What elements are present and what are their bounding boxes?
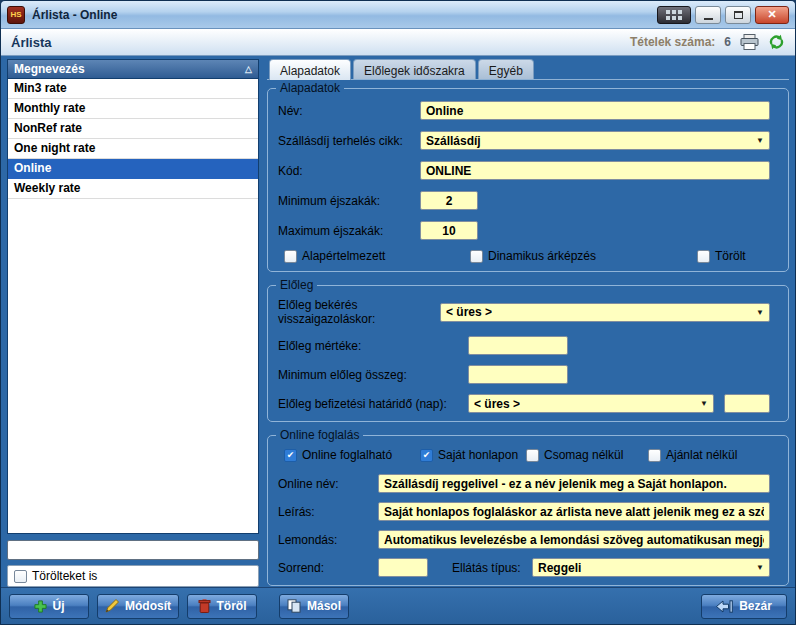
special-window-button[interactable] — [657, 6, 691, 24]
pencil-icon — [105, 599, 119, 613]
delete-button[interactable]: Töröl — [187, 594, 257, 619]
charge-article-select[interactable]: Szállásdíj ▼ — [420, 131, 770, 150]
max-nights-input[interactable] — [420, 221, 478, 240]
checkbox-unchecked-icon — [526, 449, 539, 462]
max-nights-label: Maximum éjszakák: — [278, 224, 420, 238]
chevron-down-icon: ▼ — [753, 563, 767, 572]
header-right: Tételek száma: 6 — [630, 34, 785, 50]
board-type-value: Reggeli — [538, 561, 581, 575]
close-icon: ✕ — [767, 8, 776, 21]
name-input[interactable] — [420, 101, 770, 120]
bottom-toolbar: Új Módosít Töröl Másol — [1, 587, 795, 624]
own-website-label: Saját honlapon — [438, 448, 518, 462]
min-advance-amount-label: Minimum előleg összeg: — [278, 368, 468, 382]
show-deleted-checkbox[interactable]: Törölteket is — [7, 565, 259, 587]
pricelist-panel: Megnevezés △ Min3 rate Monthly rate NonR… — [7, 59, 259, 587]
description-label: Leírás: — [278, 505, 378, 519]
list-item[interactable]: Weekly rate — [8, 179, 258, 199]
tab-alapadatok[interactable]: Alapadatok — [269, 59, 351, 80]
delete-button-label: Töröl — [217, 599, 247, 613]
online-bookable-label: Online foglalható — [302, 448, 392, 462]
maximize-button[interactable] — [725, 6, 751, 24]
items-count-value: 6 — [724, 35, 731, 49]
printer-icon — [740, 34, 759, 50]
advance-deadline-select[interactable]: < üres > ▼ — [468, 394, 714, 413]
print-button[interactable] — [740, 34, 759, 50]
list-filter-input[interactable] — [7, 540, 259, 560]
titlebar: HS Árlista - Online ✕ — [1, 1, 795, 29]
trash-icon — [198, 599, 211, 613]
name-label: Név: — [278, 104, 420, 118]
checkbox-checked-icon: ✔ — [420, 449, 433, 462]
copy-button[interactable]: Másol — [279, 594, 349, 619]
default-label: Alapértelmezett — [302, 249, 385, 263]
order-input[interactable] — [378, 558, 428, 577]
advance-deadline-value: < üres > — [474, 397, 520, 411]
default-checkbox[interactable]: Alapértelmezett — [284, 249, 470, 263]
min-nights-input[interactable] — [420, 191, 478, 210]
chevron-down-icon: ▼ — [753, 308, 767, 317]
modify-button[interactable]: Módosít — [97, 594, 179, 619]
list-item[interactable]: One night rate — [8, 139, 258, 159]
close-button[interactable]: ✕ — [755, 6, 789, 24]
list-sort-header[interactable]: Megnevezés △ — [7, 59, 259, 79]
advance-request-value: < üres > — [446, 305, 492, 319]
board-type-label: Ellátás típus: — [452, 561, 532, 575]
tab-elolegek-idoszakra[interactable]: Előlegek időszakra — [353, 59, 476, 79]
chevron-down-icon: ▼ — [697, 399, 711, 408]
list-item[interactable]: NonRef rate — [8, 119, 258, 139]
code-input[interactable] — [420, 161, 770, 180]
deleted-label: Törölt — [715, 249, 746, 263]
advance-request-label: Előleg bekérés visszaigazoláskor: — [278, 298, 440, 326]
online-bookable-checkbox[interactable]: ✔ Online foglalható — [284, 448, 420, 462]
refresh-button[interactable] — [768, 34, 785, 50]
tab-egyeb[interactable]: Egyéb — [478, 59, 534, 79]
items-count-label: Tételek száma: — [630, 35, 715, 49]
without-offer-checkbox[interactable]: Ajánlat nélkül — [648, 448, 737, 462]
close-form-button[interactable]: Bezár — [701, 594, 787, 619]
app-logo-icon: HS — [7, 6, 25, 24]
without-offer-label: Ajánlat nélkül — [666, 448, 737, 462]
dynamic-pricing-label: Dinamikus árképzés — [488, 249, 596, 263]
minimize-button[interactable] — [695, 6, 721, 24]
dynamic-pricing-checkbox[interactable]: Dinamikus árképzés — [470, 249, 697, 263]
header-bar: Árlista Tételek száma: 6 — [1, 29, 795, 56]
group-alapadatok-title: Alapadatok — [276, 81, 344, 95]
checkbox-unchecked-icon — [14, 570, 27, 583]
detail-panel: Alapadatok Előlegek időszakra Egyéb Alap… — [267, 59, 789, 587]
checkbox-unchecked-icon — [648, 449, 661, 462]
grid-icon — [666, 10, 682, 20]
advance-rate-input[interactable] — [468, 336, 568, 355]
advance-deadline-label: Előleg befizetési határidő (nap): — [278, 397, 468, 411]
charge-article-value: Szállásdíj — [426, 134, 481, 148]
online-name-input[interactable] — [378, 474, 770, 493]
checkbox-unchecked-icon — [697, 250, 710, 263]
advance-rate-label: Előleg mértéke: — [278, 339, 468, 353]
list-item[interactable]: Monthly rate — [8, 99, 258, 119]
min-nights-label: Minimum éjszakák: — [278, 194, 420, 208]
board-type-select[interactable]: Reggeli ▼ — [532, 558, 770, 577]
page-title: Árlista — [11, 35, 51, 50]
cancellation-input[interactable] — [378, 530, 770, 549]
minimize-icon — [704, 18, 713, 20]
advance-request-select[interactable]: < üres > ▼ — [440, 303, 770, 322]
list-item-selected[interactable]: Online — [8, 159, 258, 179]
copy-icon — [287, 599, 301, 613]
chevron-down-icon: ▼ — [753, 136, 767, 145]
tab-bar: Alapadatok Előlegek időszakra Egyéb — [267, 59, 789, 80]
arlista-window: HS Árlista - Online ✕ Árlista Tételek s — [0, 0, 796, 625]
close-form-button-label: Bezár — [739, 599, 772, 613]
without-package-checkbox[interactable]: Csomag nélkül — [526, 448, 648, 462]
advance-deadline-days-input[interactable] — [724, 394, 770, 413]
new-button[interactable]: Új — [9, 594, 89, 619]
window-buttons: ✕ — [657, 6, 789, 24]
cancellation-label: Lemondás: — [278, 533, 378, 547]
group-alapadatok: Alapadatok Név: Szállásdíj terhelés cikk… — [267, 88, 789, 272]
own-website-checkbox[interactable]: ✔ Saját honlapon — [420, 448, 526, 462]
copy-button-label: Másol — [307, 599, 341, 613]
min-advance-amount-input[interactable] — [468, 365, 568, 384]
deleted-checkbox[interactable]: Törölt — [697, 249, 746, 263]
description-input[interactable] — [378, 502, 770, 521]
list-item[interactable]: Min3 rate — [8, 79, 258, 99]
window-title: Árlista - Online — [32, 8, 117, 22]
